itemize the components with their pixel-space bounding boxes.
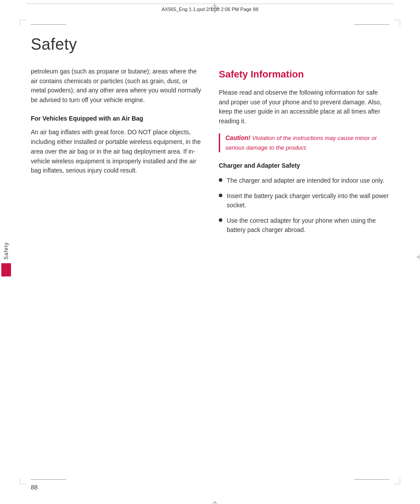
bullet-item-3: Use the correct adapter for your phone w… <box>219 216 389 235</box>
bullet-text-2: Insert the battery pack charger vertical… <box>227 191 389 210</box>
left-column: petroleum gas (such as propane or butane… <box>31 67 201 241</box>
caution-label: Caution! <box>225 134 251 141</box>
corner-mark-bl <box>20 478 26 484</box>
bottom-rule-left <box>31 479 66 480</box>
safety-info-paragraph: Please read and observe the following in… <box>219 88 389 126</box>
air-bag-heading: For Vehicles Equipped with an Air Bag <box>31 114 201 124</box>
bottom-rule-right <box>354 479 389 480</box>
bullet-item-1: The charger and adapter are intended for… <box>219 176 389 185</box>
bullet-text-3: Use the correct adapter for your phone w… <box>227 216 389 235</box>
side-tab-bar <box>1 263 11 276</box>
top-rule-left <box>31 24 66 25</box>
intro-paragraph: petroleum gas (such as propane or butane… <box>31 67 201 105</box>
main-content: Safety petroleum gas (such as propane or… <box>31 35 389 469</box>
air-bag-paragraph: An air bag inflates with great force. DO… <box>31 128 201 175</box>
bullet-text-1: The charger and adapter are intended for… <box>227 176 384 185</box>
columns-container: petroleum gas (such as propane or butane… <box>31 67 389 241</box>
page-container: AX565_Eng 1.1.qxd 2/1/08 2:06 PM Page 88 <box>0 0 420 504</box>
bullet-dot-1 <box>219 178 222 182</box>
side-tab-label: Safety <box>3 242 9 260</box>
corner-mark-tl <box>20 20 26 26</box>
safety-info-title: Safety Information <box>219 67 389 82</box>
corner-mark-tr <box>394 20 400 26</box>
bullet-dot-2 <box>219 194 222 197</box>
page-title: Safety <box>31 35 389 54</box>
bullet-dot-3 <box>219 218 222 222</box>
caution-box: Caution! Violation of the instructions m… <box>219 133 389 152</box>
charger-bullet-list: The charger and adapter are intended for… <box>219 176 389 235</box>
side-tab: Safety <box>0 242 12 291</box>
top-rule-right <box>354 24 389 25</box>
corner-mark-br <box>394 478 400 484</box>
bullet-item-2: Insert the battery pack charger vertical… <box>219 191 389 210</box>
right-column: Safety Information Please read and obser… <box>219 67 389 241</box>
charger-heading: Charger and Adapter Safety <box>219 161 389 171</box>
page-number: 88 <box>31 484 38 491</box>
